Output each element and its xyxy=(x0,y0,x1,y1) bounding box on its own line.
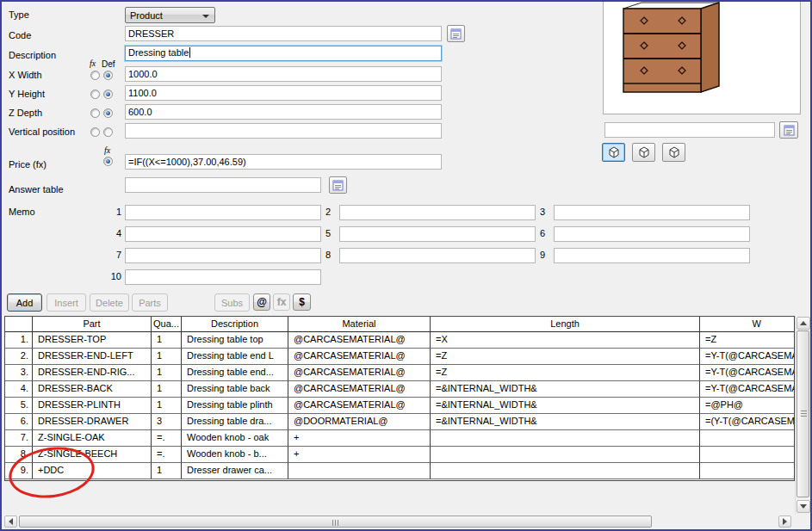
qty-cell[interactable]: 1 xyxy=(152,381,182,398)
z-depth-fx-radio[interactable] xyxy=(90,108,100,118)
qty-cell[interactable]: =. xyxy=(152,430,182,447)
delete-button[interactable]: Delete xyxy=(90,293,129,312)
y-height-fx-radio[interactable] xyxy=(90,90,100,99)
part-cell[interactable]: DRESSER-PLINTH xyxy=(33,398,152,414)
material-cell[interactable]: @DOORMATERIAL@ xyxy=(288,414,431,430)
width-cell[interactable]: =Y-T(@CARCASEMAT xyxy=(700,381,794,398)
qty-cell[interactable]: 1 xyxy=(152,463,182,479)
memo-input-10[interactable] xyxy=(125,269,321,285)
scroll-up-button[interactable] xyxy=(797,317,810,330)
table-row[interactable]: 4. DRESSER-BACK 1 Dressing table back @C… xyxy=(5,381,794,398)
qty-header[interactable]: Qua... xyxy=(152,317,182,332)
width-cell[interactable]: =@PH@ xyxy=(700,398,794,414)
material-cell[interactable]: @CARCASEMATERIAL@ xyxy=(288,332,431,349)
table-row[interactable]: 1. DRESSER-TOP 1 Dressing table top @CAR… xyxy=(5,332,794,349)
table-row[interactable]: 6. DRESSER-DRAWER 3 Dressing table dra..… xyxy=(5,414,794,430)
part-cell[interactable]: DRESSER-TOP xyxy=(33,332,152,349)
material-cell[interactable]: @CARCASEMATERIAL@ xyxy=(288,349,431,365)
part-header[interactable]: Part xyxy=(33,317,152,332)
x-width-fx-radio[interactable] xyxy=(90,71,100,80)
material-cell[interactable]: + xyxy=(288,447,431,463)
memo-input-5[interactable] xyxy=(339,226,536,242)
preview-list-button[interactable] xyxy=(779,121,798,139)
view-3d-button-3[interactable] xyxy=(662,143,685,162)
parts-button[interactable]: Parts xyxy=(132,293,168,312)
length-cell[interactable]: =Z xyxy=(431,365,700,381)
length-cell[interactable]: =&INTERNAL_WIDTH& xyxy=(431,414,700,430)
material-cell[interactable] xyxy=(288,463,431,479)
horizontal-scroll-thumb[interactable] xyxy=(19,516,652,528)
part-cell[interactable]: DRESSER-END-RIG... xyxy=(33,365,152,381)
code-input[interactable] xyxy=(125,26,442,41)
table-row[interactable]: 2. DRESSER-END-LEFT 1 Dressing table end… xyxy=(5,349,794,365)
scroll-left-button[interactable] xyxy=(4,516,17,528)
memo-input-7[interactable] xyxy=(125,248,321,263)
memo-input-8[interactable] xyxy=(339,248,536,263)
description-cell[interactable]: Wooden knob - oak xyxy=(182,430,288,447)
part-cell[interactable]: +DDC xyxy=(33,463,152,479)
part-cell[interactable]: Z-SINGLE-OAK xyxy=(33,430,152,447)
table-row-ddc[interactable]: 9. +DDC 1 Dresser drawer ca... xyxy=(5,463,794,479)
description-cell[interactable]: Dressing table end L xyxy=(182,349,288,365)
dollar-button[interactable]: $ xyxy=(293,293,311,311)
vertical-scrollbar[interactable] xyxy=(795,316,810,514)
material-cell[interactable]: @CARCASEMATERIAL@ xyxy=(288,381,431,398)
material-cell[interactable]: @CARCASEMATERIAL@ xyxy=(288,398,431,414)
vertical-position-fx-radio[interactable] xyxy=(90,127,100,137)
part-cell[interactable]: DRESSER-END-LEFT xyxy=(33,349,152,365)
memo-input-4[interactable] xyxy=(125,226,321,242)
add-button[interactable]: Add xyxy=(7,293,42,312)
length-cell[interactable]: =&INTERNAL_WIDTH& xyxy=(431,398,700,414)
part-cell[interactable]: DRESSER-DRAWER xyxy=(33,414,152,430)
material-cell[interactable]: + xyxy=(288,430,431,447)
description-cell[interactable]: Dressing table back xyxy=(182,381,288,398)
description-cell[interactable]: Dressing table dra... xyxy=(182,414,288,430)
y-height-input[interactable] xyxy=(125,85,442,101)
type-dropdown[interactable]: Product xyxy=(125,7,215,23)
vertical-position-input[interactable] xyxy=(125,123,442,139)
qty-cell[interactable]: 1 xyxy=(152,365,182,381)
description-header[interactable]: Description xyxy=(182,317,288,332)
qty-cell[interactable]: 1 xyxy=(152,332,182,349)
width-cell[interactable] xyxy=(700,430,794,447)
scroll-right-button[interactable] xyxy=(778,516,791,528)
subs-button[interactable]: Subs xyxy=(214,293,250,312)
insert-button[interactable]: Insert xyxy=(46,293,86,312)
code-list-button[interactable] xyxy=(447,25,465,42)
description-cell[interactable]: Dressing table plinth xyxy=(182,398,288,414)
view-3d-button-2[interactable] xyxy=(632,143,655,162)
qty-cell[interactable]: 1 xyxy=(152,349,182,365)
description-cell[interactable]: Dressing table end... xyxy=(182,365,288,381)
answer-table-input[interactable] xyxy=(125,177,321,193)
horizontal-scrollbar[interactable] xyxy=(4,515,791,528)
width-cell[interactable] xyxy=(700,463,794,479)
memo-input-6[interactable] xyxy=(554,226,750,242)
material-cell[interactable]: @CARCASEMATERIAL@ xyxy=(288,365,431,381)
memo-input-3[interactable] xyxy=(554,205,750,220)
z-depth-input[interactable] xyxy=(125,104,442,120)
price-formula-input[interactable] xyxy=(125,154,442,170)
width-cell[interactable]: =Y-T(@CARCASEMAT xyxy=(700,365,794,381)
description-cell[interactable]: Dressing table top xyxy=(182,332,288,349)
at-button[interactable]: @ xyxy=(253,293,270,311)
qty-cell[interactable]: 1 xyxy=(152,398,182,414)
length-cell[interactable] xyxy=(431,447,700,463)
length-cell[interactable]: =&INTERNAL_WIDTH& xyxy=(431,381,700,398)
memo-input-2[interactable] xyxy=(339,205,536,220)
part-cell[interactable]: DRESSER-BACK xyxy=(33,381,152,398)
preview-search-input[interactable] xyxy=(604,122,775,138)
qty-cell[interactable]: =. xyxy=(152,447,182,463)
answer-table-list-button[interactable] xyxy=(329,176,347,194)
fx-button[interactable]: fx xyxy=(273,293,290,311)
z-depth-def-radio[interactable] xyxy=(103,108,113,118)
x-width-def-radio[interactable] xyxy=(103,71,113,80)
table-row[interactable]: 8. Z-SINGLE-BEECH =. Wooden knob - b... … xyxy=(5,447,794,463)
vertical-scroll-thumb[interactable] xyxy=(797,330,809,497)
part-cell[interactable]: Z-SINGLE-BEECH xyxy=(33,447,152,463)
length-cell[interactable]: =X xyxy=(431,332,700,349)
vertical-position-def-radio[interactable] xyxy=(103,127,113,137)
width-cell[interactable]: =(Y-T(@CARCASEMA xyxy=(700,414,794,430)
table-row[interactable]: 3. DRESSER-END-RIG... 1 Dressing table e… xyxy=(5,365,794,381)
length-cell[interactable] xyxy=(431,463,700,479)
description-field[interactable]: Dressing table xyxy=(125,46,442,61)
